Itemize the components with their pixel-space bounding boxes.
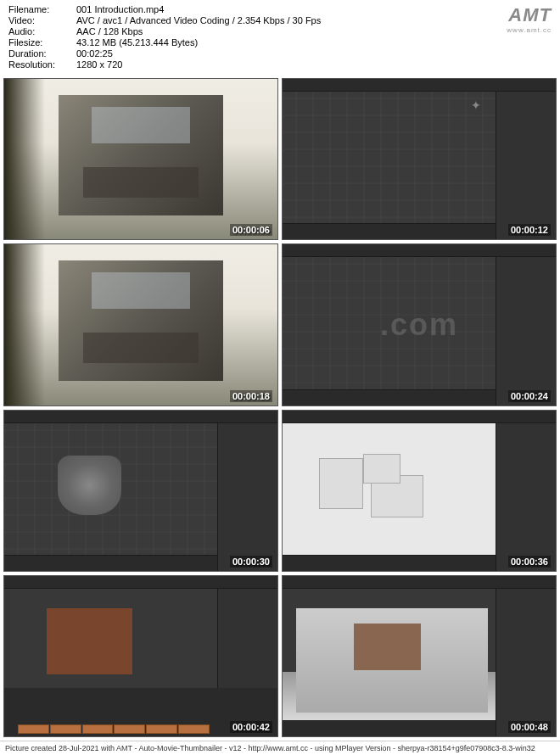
timestamp: 00:00:48: [508, 721, 551, 733]
thumbnail-6: 00:00:36: [282, 410, 557, 572]
thumbnail-sheet: Filename: 001 Introduction.mp4 Video: AV…: [0, 0, 560, 755]
thumbnail-7: 00:00:42: [3, 575, 278, 737]
timestamp: 00:00:24: [508, 390, 551, 402]
thumbnail-3: 00:00:18: [3, 243, 278, 405]
logo-url: www.amt.cc: [507, 26, 552, 34]
video-label: Video:: [8, 15, 76, 25]
timestamp: 00:00:30: [230, 556, 272, 568]
filesize-label: Filesize:: [8, 37, 76, 48]
thumbnail-8: 00:00:48: [282, 575, 557, 737]
thumbnail-5: 00:00:30: [3, 410, 278, 572]
audio-value: AAC / 128 Kbps: [76, 26, 143, 36]
duration-label: Duration:: [8, 48, 76, 59]
resolution-value: 1280 x 720: [76, 59, 122, 70]
timestamp: 00:00:36: [508, 556, 551, 568]
audio-label: Audio:: [8, 26, 76, 36]
timestamp: 00:00:18: [230, 390, 272, 402]
metadata-header: Filename: 001 Introduction.mp4 Video: AV…: [0, 0, 560, 75]
duration-value: 00:02:25: [76, 48, 113, 59]
amt-logo: AMT www.amt.cc: [507, 4, 552, 34]
video-value: AVC / avc1 / Advanced Video Coding / 2.3…: [76, 15, 321, 25]
thumbnail-grid: 00:00:06 00:00:12 00:00:18 .com 00:00:24…: [0, 75, 560, 741]
logo-text: AMT: [507, 4, 552, 26]
thumbnail-2: 00:00:12: [282, 78, 557, 240]
timestamp: 00:00:12: [508, 224, 551, 236]
thumbnail-4: .com 00:00:24: [282, 243, 557, 405]
timestamp: 00:00:06: [230, 224, 272, 236]
resolution-label: Resolution:: [8, 59, 76, 70]
footer-credit: Picture created 28-Jul-2021 with AMT - A…: [0, 741, 560, 755]
thumbnail-1: 00:00:06: [3, 78, 278, 240]
filesize-value: 43.12 MB (45.213.444 Bytes): [76, 37, 198, 48]
filename-label: Filename:: [8, 4, 76, 14]
timestamp: 00:00:42: [230, 721, 272, 733]
filename-value: 001 Introduction.mp4: [76, 4, 164, 14]
